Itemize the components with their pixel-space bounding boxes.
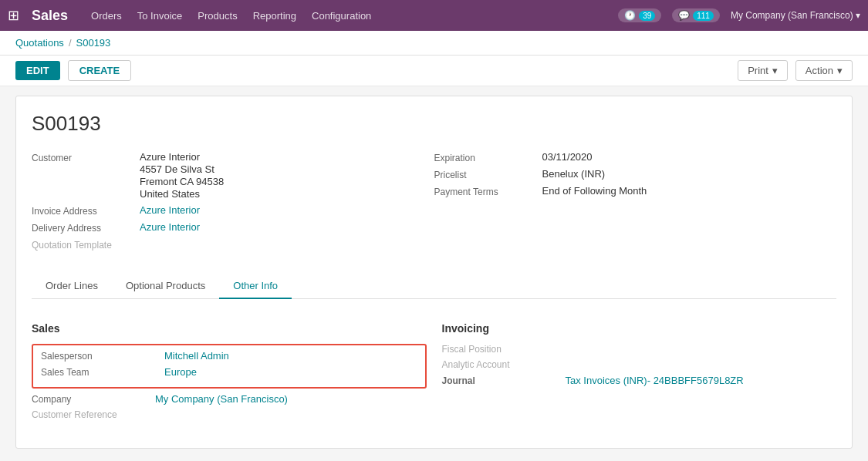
- app-name: Sales: [32, 8, 68, 24]
- customer-country: United States: [140, 188, 224, 200]
- journal-label: Journal: [442, 375, 566, 386]
- payment-terms-value: End of Following Month: [542, 185, 647, 197]
- invoice-address-row: Invoice Address Azure Interior: [32, 204, 404, 217]
- customer-row: Customer Azure Interior 4557 De Silva St…: [32, 151, 404, 200]
- pricelist-value: Benelux (INR): [542, 168, 606, 180]
- breadcrumb: Quotations / S00193: [0, 31, 868, 56]
- tab-other-info[interactable]: Other Info: [219, 274, 292, 299]
- company-row: Company My Company (San Francisco): [32, 393, 427, 405]
- delivery-address-label: Delivery Address: [32, 221, 140, 234]
- tab-order-lines[interactable]: Order Lines: [32, 274, 112, 299]
- pricelist-label: Pricelist: [434, 168, 542, 180]
- clock-icon: 🕐: [624, 10, 636, 21]
- print-label: Print: [748, 65, 768, 76]
- nav-reporting[interactable]: Reporting: [253, 10, 296, 22]
- company-arrow-icon: ▾: [856, 10, 860, 21]
- message-badge[interactable]: 💬 111: [672, 8, 720, 22]
- customer-city: Fremont CA 94538: [140, 176, 224, 187]
- analytic-account-row: Analytic Account: [442, 359, 837, 370]
- nav-configuration[interactable]: Configuration: [312, 10, 371, 22]
- invoice-address-label: Invoice Address: [32, 204, 140, 217]
- message-count: 111: [693, 11, 714, 21]
- sales-team-row: Sales Team Europe: [41, 366, 417, 378]
- nav-products[interactable]: Products: [198, 10, 237, 22]
- delivery-address-value[interactable]: Azure Interior: [140, 221, 200, 233]
- edit-button[interactable]: EDIT: [15, 61, 60, 80]
- company-value[interactable]: My Company (San Francisco): [155, 393, 288, 405]
- fiscal-position-row: Fiscal Position: [442, 344, 837, 355]
- nav-right: 🕐 39 💬 111 My Company (San Francisco) ▾: [618, 8, 860, 22]
- quotation-template-row: Quotation Template: [32, 238, 404, 251]
- delivery-address-row: Delivery Address Azure Interior: [32, 221, 404, 234]
- form-right: Expiration 03/11/2020 Pricelist Benelux …: [434, 151, 837, 255]
- other-info-grid: Sales Salesperson Mitchell Admin Sales T…: [32, 322, 836, 425]
- app-grid-icon[interactable]: ⊞: [8, 7, 19, 24]
- customer-reference-row: Customer Reference: [32, 409, 427, 420]
- payment-terms-row: Payment Terms End of Following Month: [434, 185, 806, 197]
- action-label: Action: [806, 65, 833, 76]
- invoicing-section-title: Invoicing: [442, 322, 837, 335]
- journal-value[interactable]: Tax Invoices (INR)- 24BBBFF5679L8ZR: [566, 375, 744, 386]
- invoicing-section: Invoicing Fiscal Position Analytic Accou…: [442, 322, 837, 425]
- payment-terms-label: Payment Terms: [434, 185, 542, 197]
- customer-reference-label: Customer Reference: [32, 409, 155, 420]
- tab-optional-products[interactable]: Optional Products: [112, 274, 219, 299]
- form-left: Customer Azure Interior 4557 De Silva St…: [32, 151, 434, 255]
- customer-street: 4557 De Silva St: [140, 163, 224, 175]
- company-selector[interactable]: My Company (San Francisco) ▾: [731, 10, 860, 21]
- customer-name[interactable]: Azure Interior: [140, 151, 224, 163]
- salesperson-label: Salesperson: [41, 351, 164, 362]
- analytic-account-label: Analytic Account: [442, 359, 566, 370]
- nav-links: Orders To Invoice Products Reporting Con…: [91, 10, 610, 22]
- salesperson-highlight-box: Salesperson Mitchell Admin Sales Team Eu…: [32, 344, 427, 389]
- sales-team-value[interactable]: Europe: [164, 366, 197, 378]
- invoice-address-value[interactable]: Azure Interior: [140, 204, 200, 216]
- sales-team-label: Sales Team: [41, 367, 164, 378]
- form-grid: Customer Azure Interior 4557 De Silva St…: [32, 151, 836, 255]
- tabs: Order Lines Optional Products Other Info: [32, 274, 836, 299]
- nav-to-invoice[interactable]: To Invoice: [137, 10, 183, 22]
- print-arrow-icon: ▾: [772, 65, 778, 76]
- customer-label: Customer: [32, 151, 140, 163]
- salesperson-value[interactable]: Mitchell Admin: [164, 350, 229, 362]
- clock-badge[interactable]: 🕐 39: [618, 8, 661, 22]
- top-navigation: ⊞ Sales Orders To Invoice Products Repor…: [0, 0, 868, 31]
- create-button[interactable]: CREATE: [68, 60, 131, 81]
- fiscal-position-label: Fiscal Position: [442, 344, 566, 355]
- quotation-template-label: Quotation Template: [32, 238, 140, 251]
- sales-section-title: Sales: [32, 322, 427, 335]
- pricelist-row: Pricelist Benelux (INR): [434, 168, 806, 180]
- main-content: S00193 Customer Azure Interior 4557 De S…: [15, 96, 853, 449]
- breadcrumb-parent[interactable]: Quotations: [15, 37, 64, 49]
- breadcrumb-separator: /: [69, 37, 72, 49]
- record-title: S00193: [32, 112, 836, 136]
- expiration-label: Expiration: [434, 151, 542, 163]
- nav-orders[interactable]: Orders: [91, 10, 122, 22]
- sales-section: Sales Salesperson Mitchell Admin Sales T…: [32, 322, 427, 425]
- journal-row: Journal Tax Invoices (INR)- 24BBBFF5679L…: [442, 375, 837, 386]
- print-button[interactable]: Print ▾: [738, 60, 788, 81]
- action-button[interactable]: Action ▾: [795, 60, 853, 81]
- breadcrumb-current: S00193: [76, 37, 111, 49]
- expiration-row: Expiration 03/11/2020: [434, 151, 806, 163]
- salesperson-row: Salesperson Mitchell Admin: [41, 350, 417, 362]
- toolbar: EDIT CREATE Print ▾ Action ▾: [0, 56, 868, 86]
- clock-count: 39: [639, 11, 655, 21]
- expiration-value: 03/11/2020: [542, 151, 593, 163]
- message-icon: 💬: [678, 10, 690, 21]
- action-arrow-icon: ▾: [837, 65, 843, 76]
- customer-value: Azure Interior 4557 De Silva St Fremont …: [140, 151, 224, 200]
- company-label: Company: [32, 394, 155, 405]
- tab-content-other-info: Sales Salesperson Mitchell Admin Sales T…: [32, 315, 836, 432]
- company-name: My Company (San Francisco): [731, 10, 853, 21]
